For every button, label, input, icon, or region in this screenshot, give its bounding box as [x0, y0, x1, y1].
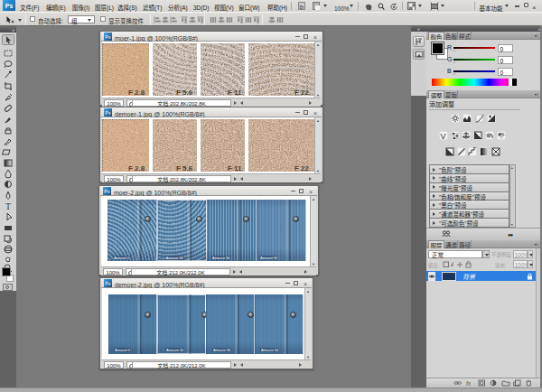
svg-text:fx: fx [466, 379, 472, 387]
svg-text:V: V [441, 131, 446, 140]
svg-text:T: T [5, 201, 11, 211]
